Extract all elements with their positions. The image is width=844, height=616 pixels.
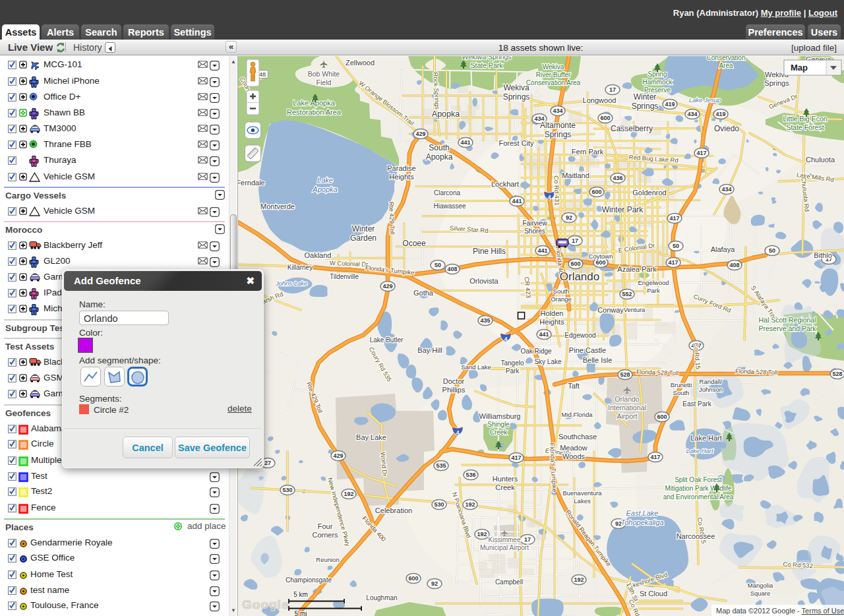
svg-text:Conservation: Conservation	[707, 56, 746, 61]
svg-text:Johnson: Johnson	[699, 386, 723, 393]
svg-text:Mitigation Park Wildlife: Mitigation Park Wildlife	[665, 485, 732, 492]
svg-text:Springs: Springs	[764, 79, 789, 87]
svg-text:Creek: Creek	[490, 429, 508, 436]
svg-text:192: 192	[477, 531, 487, 538]
svg-text:Municipal Airport: Municipal Airport	[480, 544, 529, 551]
svg-text:Doctor: Doctor	[443, 377, 465, 385]
svg-text:Apopka: Apopka	[426, 152, 453, 162]
svg-text:5 km: 5 km	[293, 591, 308, 598]
svg-text:Lake Jesup: Lake Jesup	[689, 96, 721, 104]
svg-text:4: 4	[548, 194, 551, 200]
svg-text:Maitland: Maitland	[562, 171, 589, 179]
svg-text:Heights: Heights	[539, 318, 564, 326]
svg-text:Tildenville: Tildenville	[330, 273, 359, 280]
svg-text:Heights: Heights	[389, 173, 414, 181]
svg-text:600: 600	[408, 575, 418, 582]
svg-text:Ventura: Ventura	[624, 306, 646, 313]
svg-text:Mangolia: Mangolia	[748, 582, 773, 589]
svg-text:Park: Park	[506, 367, 520, 375]
svg-text:50: 50	[435, 262, 441, 268]
svg-text:Lakes: Lakes	[574, 497, 591, 505]
svg-text:Fairview: Fairview	[522, 220, 547, 227]
svg-text:4: 4	[456, 429, 460, 436]
svg-text:International: International	[608, 404, 646, 412]
svg-text:Airport: Airport	[617, 412, 638, 420]
svg-text:Brunetti: Brunetti	[671, 381, 692, 388]
svg-text:Bay Lake: Bay Lake	[356, 433, 386, 441]
svg-text:530: 530	[434, 501, 444, 508]
svg-text:Springs: Springs	[503, 92, 530, 102]
svg-text:Square: Square	[750, 590, 771, 597]
svg-text:Split Oak Forest: Split Oak Forest	[675, 476, 722, 483]
svg-text:and Environmental Area: and Environmental Area	[663, 493, 734, 501]
svg-text:Ocoee: Ocoee	[402, 239, 426, 248]
svg-text:Springs: Springs	[545, 130, 572, 139]
svg-text:Co Rd 431: Co Rd 431	[553, 175, 561, 206]
svg-text:Apopka: Apopka	[312, 185, 337, 193]
svg-text:State Park: State Park	[470, 61, 503, 69]
svg-text:Park: Park	[647, 287, 660, 294]
svg-text:Southchase: Southchase	[558, 433, 597, 441]
svg-text:435: 435	[480, 317, 490, 324]
svg-text:Apopka: Apopka	[432, 109, 460, 119]
svg-text:Taft: Taft	[568, 382, 580, 390]
svg-text:Sand Lake: Sand Lake	[461, 363, 491, 371]
svg-text:Lake Butler: Lake Butler	[370, 336, 404, 344]
svg-text:530: 530	[282, 487, 292, 493]
svg-text:Preserve and Park: Preserve and Park	[759, 324, 817, 332]
svg-text:Celebration: Celebration	[375, 507, 412, 514]
svg-text:Killarney: Killarney	[287, 264, 313, 271]
svg-text:552: 552	[622, 291, 632, 297]
svg-text:436: 436	[613, 175, 622, 181]
svg-text:W Colonial Dr: W Colonial Dr	[330, 259, 369, 268]
svg-text:Orlovista: Orlovista	[469, 277, 498, 285]
svg-text:Pine Castle: Pine Castle	[569, 346, 606, 354]
svg-text:Williamsburg: Williamsburg	[479, 412, 521, 420]
svg-text:Alafaya: Alafaya	[711, 245, 736, 253]
svg-text:South: South	[553, 288, 570, 295]
svg-text:Paradise: Paradise	[387, 164, 415, 172]
svg-text:Sky Lake: Sky Lake	[534, 358, 562, 365]
svg-text:Edgewood: Edgewood	[564, 332, 595, 339]
svg-text:600: 600	[595, 259, 605, 266]
svg-text:Shingle: Shingle	[487, 421, 510, 428]
svg-text:417: 417	[696, 150, 706, 156]
svg-text:Florida 528 Toll: Florida 528 Toll	[636, 368, 679, 377]
svg-text:Oakland: Oakland	[305, 251, 332, 259]
svg-text:Field: Field	[316, 78, 332, 86]
svg-text:408: 408	[447, 266, 457, 272]
svg-text:600: 600	[657, 414, 667, 420]
svg-text:Goldenrod: Goldenrod	[632, 189, 666, 197]
svg-text:429: 429	[415, 131, 425, 137]
svg-text:417: 417	[650, 454, 660, 460]
svg-text:417: 417	[668, 259, 678, 266]
svg-text:Florida 528 Toll: Florida 528 Toll	[735, 367, 778, 376]
svg-text:Hammock: Hammock	[642, 78, 673, 86]
svg-text:Engelwood: Engelwood	[638, 279, 669, 286]
svg-text:Holden: Holden	[541, 309, 564, 317]
svg-text:Little Big Econ: Little Big Econ	[783, 115, 827, 123]
svg-text:Mid Florida: Mid Florida	[562, 411, 593, 418]
svg-text:Bay Hill: Bay Hill	[417, 346, 442, 354]
svg-text:State Forest: State Forest	[786, 123, 824, 131]
svg-text:Azalea Park: Azalea Park	[617, 265, 657, 273]
svg-text:Tangelo: Tangelo	[500, 359, 524, 367]
svg-text:Phillips: Phillips	[442, 386, 466, 394]
svg-text:Winter: Winter	[634, 92, 657, 102]
svg-text:East Lake: East Lake	[626, 509, 659, 517]
svg-text:434: 434	[721, 186, 731, 193]
svg-text:Map data ©2012 Google - Terms: Map data ©2012 Google - Terms of Use	[716, 607, 844, 615]
svg-text:17: 17	[572, 237, 578, 244]
svg-text:Shores: Shores	[524, 228, 545, 235]
svg-text:Ferndale: Ferndale	[238, 179, 265, 187]
svg-text:Rte 429 Toll: Rte 429 Toll	[388, 202, 396, 235]
svg-text:17: 17	[609, 86, 616, 93]
svg-text:600: 600	[600, 115, 610, 121]
svg-text:Tohopekaliga: Tohopekaliga	[620, 518, 663, 526]
svg-text:419: 419	[665, 101, 675, 108]
svg-text:Garden: Garden	[350, 233, 377, 243]
svg-text:17: 17	[524, 536, 531, 543]
svg-text:528: 528	[832, 371, 842, 377]
svg-text:Lake Hart: Lake Hart	[686, 447, 713, 454]
svg-text:4: 4	[504, 336, 508, 342]
